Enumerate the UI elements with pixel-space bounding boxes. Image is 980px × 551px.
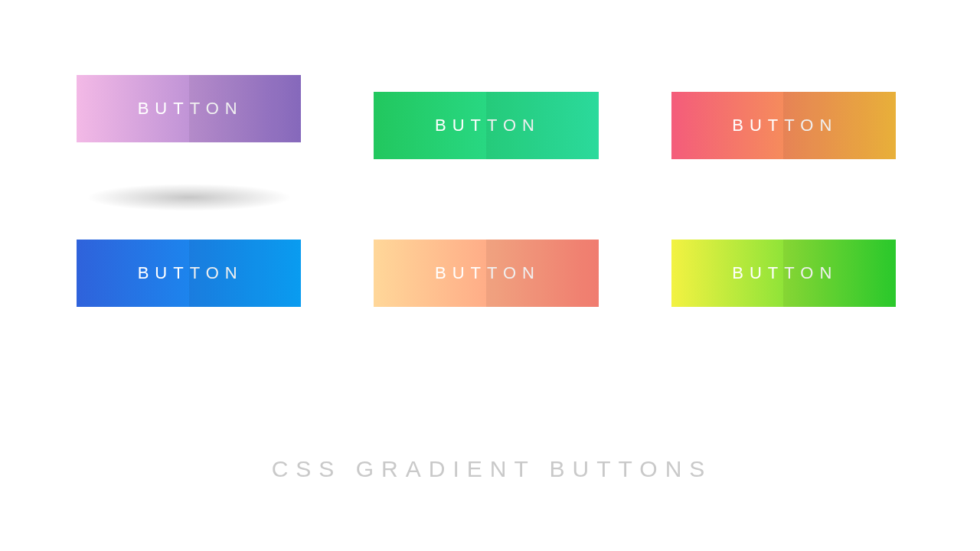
button-label: BUTTON — [432, 263, 541, 283]
gradient-button-green[interactable]: BUTTON — [374, 92, 598, 159]
gradient-button-purple[interactable]: BUTTON — [77, 75, 301, 142]
gradient-button-blue[interactable]: BUTTON — [77, 240, 301, 307]
gradient-button-pink-orange[interactable]: BUTTON — [671, 92, 896, 159]
button-grid: BUTTON BUTTON BUTTON BUTTON BUTTON BUTTO… — [77, 92, 896, 307]
page-title: CSS GRADIENT BUTTONS — [0, 456, 980, 482]
button-label: BUTTON — [729, 116, 838, 135]
button-cell-hover: BUTTON — [77, 92, 301, 159]
gradient-button-peach[interactable]: BUTTON — [374, 240, 598, 307]
hover-shadow — [86, 184, 292, 211]
button-label: BUTTON — [729, 263, 838, 283]
button-label: BUTTON — [432, 116, 541, 135]
button-label: BUTTON — [135, 99, 243, 119]
button-label: BUTTON — [135, 263, 243, 283]
gradient-button-yellow-green[interactable]: BUTTON — [671, 240, 896, 307]
